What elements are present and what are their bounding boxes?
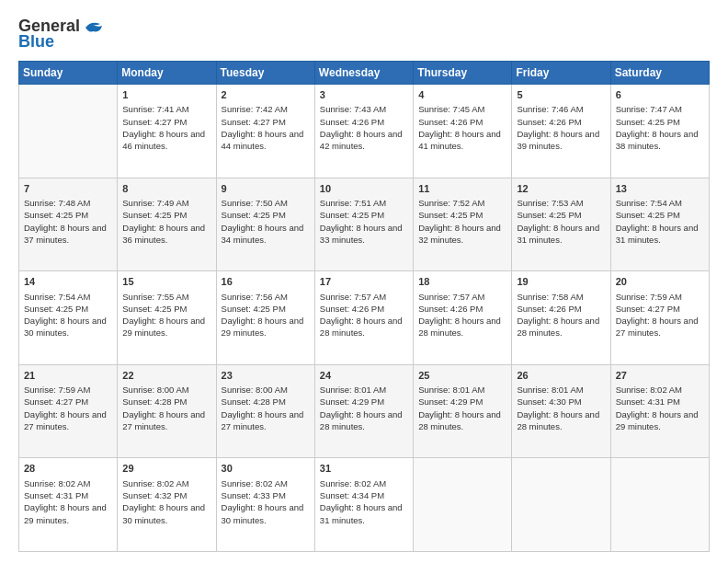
calendar-cell: 9Sunrise: 7:50 AMSunset: 4:25 PMDaylight…: [216, 178, 314, 271]
day-number: 9: [222, 182, 310, 196]
daylight-text: Daylight: 8 hours and 29 minutes.: [24, 502, 107, 524]
day-number: 16: [222, 275, 310, 289]
daylight-text: Daylight: 8 hours and 31 minutes.: [616, 223, 699, 245]
calendar-cell: 12Sunrise: 7:53 AMSunset: 4:25 PMDayligh…: [512, 178, 610, 271]
daylight-text: Daylight: 8 hours and 28 minutes.: [418, 316, 501, 338]
calendar-cell: 15Sunrise: 7:55 AMSunset: 4:25 PMDayligh…: [118, 271, 216, 365]
sunrise-text: Sunrise: 8:00 AM: [122, 385, 188, 395]
day-number: 21: [24, 369, 112, 383]
day-number: 10: [320, 182, 408, 196]
day-number: 31: [320, 462, 408, 476]
sunrise-text: Sunrise: 7:47 AM: [616, 104, 682, 114]
calendar-cell: [19, 85, 118, 178]
sunset-text: Sunset: 4:31 PM: [24, 490, 88, 500]
day-number: 30: [222, 462, 310, 476]
daylight-text: Daylight: 8 hours and 29 minutes.: [222, 316, 304, 338]
sunset-text: Sunset: 4:32 PM: [122, 490, 187, 500]
sunrise-text: Sunrise: 8:02 AM: [24, 478, 90, 488]
day-number: 27: [616, 369, 704, 383]
daylight-text: Daylight: 8 hours and 44 minutes.: [222, 129, 304, 151]
daylight-text: Daylight: 8 hours and 39 minutes.: [517, 129, 599, 151]
day-number: 17: [320, 275, 408, 289]
daylight-text: Daylight: 8 hours and 28 minutes.: [418, 409, 501, 431]
sunset-text: Sunset: 4:33 PM: [222, 490, 286, 500]
sunrise-text: Sunrise: 7:46 AM: [517, 104, 583, 114]
sunrise-text: Sunrise: 7:53 AM: [517, 198, 583, 208]
sunrise-text: Sunrise: 7:57 AM: [418, 292, 484, 302]
calendar-cell: 19Sunrise: 7:58 AMSunset: 4:26 PMDayligh…: [512, 271, 610, 365]
sunset-text: Sunset: 4:28 PM: [222, 396, 286, 407]
sunset-text: Sunset: 4:25 PM: [517, 210, 581, 220]
sunset-text: Sunset: 4:26 PM: [320, 117, 384, 127]
calendar-cell: 2Sunrise: 7:42 AMSunset: 4:27 PMDaylight…: [216, 85, 314, 178]
sunset-text: Sunset: 4:25 PM: [320, 210, 384, 220]
daylight-text: Daylight: 8 hours and 27 minutes.: [222, 409, 304, 431]
sunrise-text: Sunrise: 8:02 AM: [616, 385, 682, 395]
calendar-cell: 22Sunrise: 8:00 AMSunset: 4:28 PMDayligh…: [118, 364, 216, 458]
daylight-text: Daylight: 8 hours and 28 minutes.: [320, 409, 403, 431]
sunset-text: Sunset: 4:29 PM: [418, 396, 483, 407]
sunrise-text: Sunrise: 7:57 AM: [320, 292, 386, 302]
calendar-cell: 14Sunrise: 7:54 AMSunset: 4:25 PMDayligh…: [19, 271, 118, 365]
calendar-week-row: 1Sunrise: 7:41 AMSunset: 4:27 PMDaylight…: [19, 85, 710, 178]
sunrise-text: Sunrise: 7:56 AM: [222, 292, 288, 302]
weekday-header: Sunday: [19, 62, 118, 85]
sunrise-text: Sunrise: 7:59 AM: [24, 385, 90, 395]
calendar-cell: 28Sunrise: 8:02 AMSunset: 4:31 PMDayligh…: [19, 458, 118, 552]
calendar-cell: 29Sunrise: 8:02 AMSunset: 4:32 PMDayligh…: [118, 458, 216, 552]
daylight-text: Daylight: 8 hours and 41 minutes.: [418, 129, 501, 151]
calendar-cell: [610, 458, 709, 552]
calendar-cell: 25Sunrise: 8:01 AMSunset: 4:29 PMDayligh…: [414, 364, 512, 458]
calendar-cell: [512, 458, 610, 552]
sunset-text: Sunset: 4:28 PM: [122, 396, 187, 407]
daylight-text: Daylight: 8 hours and 28 minutes.: [320, 316, 403, 338]
sunrise-text: Sunrise: 7:41 AM: [122, 104, 188, 114]
calendar-table: SundayMondayTuesdayWednesdayThursdayFrid…: [18, 61, 710, 552]
calendar-cell: 4Sunrise: 7:45 AMSunset: 4:26 PMDaylight…: [414, 85, 512, 178]
sunrise-text: Sunrise: 8:02 AM: [122, 478, 188, 488]
day-number: 7: [24, 182, 112, 196]
sunset-text: Sunset: 4:25 PM: [24, 304, 88, 314]
daylight-text: Daylight: 8 hours and 32 minutes.: [418, 223, 501, 245]
daylight-text: Daylight: 8 hours and 30 minutes.: [24, 316, 107, 338]
daylight-text: Daylight: 8 hours and 42 minutes.: [320, 129, 403, 151]
daylight-text: Daylight: 8 hours and 27 minutes.: [122, 409, 205, 431]
sunrise-text: Sunrise: 7:58 AM: [517, 292, 583, 302]
daylight-text: Daylight: 8 hours and 29 minutes.: [122, 316, 205, 338]
sunrise-text: Sunrise: 7:55 AM: [122, 292, 188, 302]
sunset-text: Sunset: 4:25 PM: [24, 210, 88, 220]
daylight-text: Daylight: 8 hours and 27 minutes.: [616, 316, 699, 338]
daylight-text: Daylight: 8 hours and 28 minutes.: [517, 316, 599, 338]
calendar-header-row: SundayMondayTuesdayWednesdayThursdayFrid…: [19, 62, 710, 85]
sunset-text: Sunset: 4:26 PM: [517, 304, 581, 314]
calendar-cell: 1Sunrise: 7:41 AMSunset: 4:27 PMDaylight…: [118, 85, 216, 178]
daylight-text: Daylight: 8 hours and 37 minutes.: [24, 223, 107, 245]
sunset-text: Sunset: 4:25 PM: [616, 210, 680, 220]
weekday-header: Friday: [512, 62, 610, 85]
calendar-cell: 31Sunrise: 8:02 AMSunset: 4:34 PMDayligh…: [314, 458, 413, 552]
day-number: 11: [418, 182, 506, 196]
daylight-text: Daylight: 8 hours and 31 minutes.: [320, 502, 403, 524]
sunrise-text: Sunrise: 8:00 AM: [222, 385, 288, 395]
sunrise-text: Sunrise: 7:59 AM: [616, 292, 682, 302]
day-number: 4: [418, 88, 506, 102]
daylight-text: Daylight: 8 hours and 27 minutes.: [24, 409, 107, 431]
sunrise-text: Sunrise: 8:02 AM: [222, 478, 288, 488]
day-number: 24: [320, 369, 408, 383]
sunset-text: Sunset: 4:27 PM: [122, 117, 187, 127]
day-number: 19: [517, 275, 605, 289]
calendar-week-row: 28Sunrise: 8:02 AMSunset: 4:31 PMDayligh…: [19, 458, 710, 552]
sunrise-text: Sunrise: 7:52 AM: [418, 198, 484, 208]
calendar-cell: 30Sunrise: 8:02 AMSunset: 4:33 PMDayligh…: [216, 458, 314, 552]
sunrise-text: Sunrise: 7:43 AM: [320, 104, 386, 114]
day-number: 5: [517, 88, 605, 102]
sunrise-text: Sunrise: 7:51 AM: [320, 198, 386, 208]
daylight-text: Daylight: 8 hours and 30 minutes.: [222, 502, 304, 524]
day-number: 23: [222, 369, 310, 383]
calendar-cell: 18Sunrise: 7:57 AMSunset: 4:26 PMDayligh…: [414, 271, 512, 365]
calendar-cell: 8Sunrise: 7:49 AMSunset: 4:25 PMDaylight…: [118, 178, 216, 271]
calendar-cell: 23Sunrise: 8:00 AMSunset: 4:28 PMDayligh…: [216, 364, 314, 458]
sunrise-text: Sunrise: 7:54 AM: [24, 292, 90, 302]
day-number: 2: [222, 88, 310, 102]
day-number: 18: [418, 275, 506, 289]
